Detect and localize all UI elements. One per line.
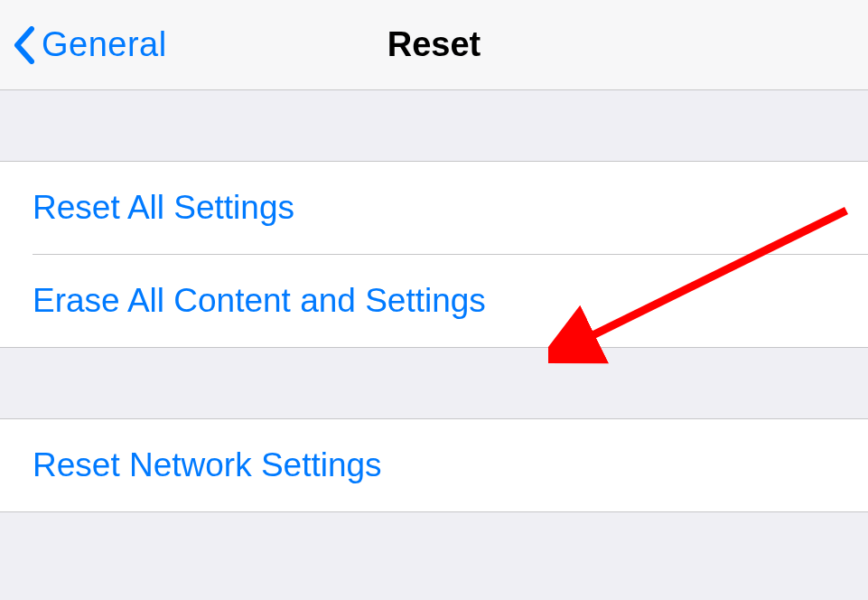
chevron-left-icon bbox=[13, 26, 34, 64]
settings-group: Reset Network Settings bbox=[0, 418, 868, 512]
cell-label: Erase All Content and Settings bbox=[33, 282, 486, 319]
erase-all-content-cell[interactable]: Erase All Content and Settings bbox=[0, 255, 868, 347]
cell-label: Reset Network Settings bbox=[33, 446, 382, 483]
reset-all-settings-cell[interactable]: Reset All Settings bbox=[0, 162, 868, 254]
back-button[interactable]: General bbox=[0, 25, 167, 64]
section-spacer bbox=[0, 90, 868, 161]
section-spacer bbox=[0, 348, 868, 418]
cell-label: Reset All Settings bbox=[33, 189, 294, 226]
reset-network-settings-cell[interactable]: Reset Network Settings bbox=[0, 419, 868, 511]
navigation-bar: General Reset bbox=[0, 0, 868, 90]
back-button-label: General bbox=[42, 25, 167, 64]
page-title: Reset bbox=[387, 25, 481, 64]
settings-group: Reset All Settings Erase All Content and… bbox=[0, 161, 868, 348]
